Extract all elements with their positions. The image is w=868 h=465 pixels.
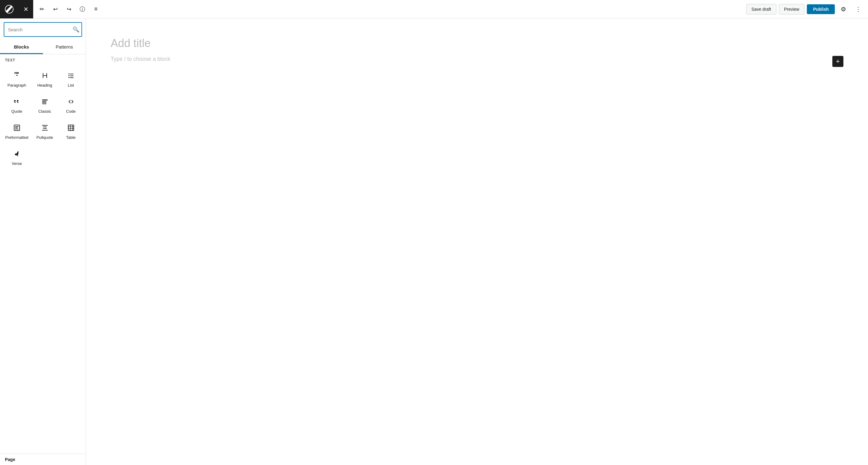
plus-icon: + [836,58,840,65]
heading-icon [41,72,49,80]
sidebar: 🔍 Blocks Patterns TEXT Paragraph [0,19,86,465]
svg-rect-1 [70,74,73,74]
svg-rect-3 [70,75,73,76]
block-item-pullquote[interactable]: Pullquote [32,119,57,144]
block-label-verse: Verse [12,161,22,166]
publish-button[interactable]: Publish [807,4,835,14]
svg-rect-9 [42,103,46,104]
block-item-heading[interactable]: Heading [32,67,57,92]
add-block-button[interactable]: + [832,56,843,67]
paragraph-icon [13,72,21,80]
editor: Add title Type / to choose a block + [86,19,868,465]
list-icon [67,72,75,80]
layout: 🔍 Blocks Patterns TEXT Paragraph [0,0,868,465]
edit-button[interactable]: ✏ [36,3,48,15]
menu-button[interactable]: ≡ [90,3,102,15]
tab-blocks[interactable]: Blocks [0,40,43,54]
search-icon: 🔍 [72,26,79,33]
block-label-code: Code [66,109,75,113]
block-item-list[interactable]: List [58,67,83,92]
block-item-table[interactable]: Table [58,119,83,144]
more-options-button[interactable]: ⋮ [852,3,864,15]
block-label-preformatted: Preformatted [5,135,28,140]
svg-rect-15 [42,130,48,131]
block-label-quote: Quote [11,109,22,113]
svg-rect-17 [43,128,47,129]
classic-icon [41,98,49,107]
redo-button[interactable]: ↪ [63,3,75,15]
tabs: Blocks Patterns [0,40,86,54]
svg-rect-5 [70,77,73,78]
svg-rect-4 [68,77,69,78]
block-label-list: List [68,83,74,88]
search-box: 🔍 [4,22,82,37]
preformatted-icon [13,124,21,133]
block-item-quote[interactable]: Quote [2,93,31,118]
pullquote-icon [41,124,49,133]
settings-button[interactable]: ⚙ [837,3,849,15]
block-item-code[interactable]: Code [58,93,83,118]
block-label-heading: Heading [37,83,52,88]
redo-icon: ↪ [67,6,71,12]
code-icon [67,98,75,107]
toolbar: ✕ ✏ ↩ ↪ ⓘ ≡ Save draft Preview Publish ⚙… [0,0,868,19]
svg-rect-16 [43,127,47,127]
block-label-table: Table [66,135,75,140]
svg-rect-6 [42,100,48,100]
editor-placeholder: Type / to choose a block [111,56,828,62]
info-button[interactable]: ⓘ [76,3,89,15]
block-label-classic: Classic [38,109,51,113]
svg-rect-18 [68,125,74,131]
block-item-preformatted[interactable]: Preformatted [2,119,31,144]
wp-logo [0,0,19,19]
search-wrap: 🔍 [0,19,86,40]
svg-rect-11 [15,126,19,127]
quote-icon [13,98,21,107]
block-item-verse[interactable]: Verse [2,145,31,170]
undo-button[interactable]: ↩ [49,3,61,15]
toolbar-actions: ✏ ↩ ↪ ⓘ ≡ [33,3,104,15]
block-item-classic[interactable]: Classic [32,93,57,118]
editor-body: Type / to choose a block + [111,56,843,67]
page-section: Page [0,454,86,465]
verse-icon [13,150,21,159]
svg-rect-2 [68,75,69,76]
menu-icon: ≡ [94,6,98,12]
undo-icon: ↩ [53,6,58,12]
save-draft-button[interactable]: Save draft [746,4,776,14]
info-icon: ⓘ [80,5,85,13]
search-input[interactable] [4,24,70,35]
block-item-paragraph[interactable]: Paragraph [2,67,31,92]
svg-rect-0 [68,73,69,74]
section-text: TEXT [0,54,86,64]
block-label-pullquote: Pullquote [37,135,53,140]
post-title[interactable]: Add title [111,37,843,50]
toolbar-right: Save draft Preview Publish ⚙ ⋮ [746,3,868,15]
block-grid: Paragraph Heading [0,64,86,172]
table-icon [67,124,75,133]
block-label-paragraph: Paragraph [7,83,26,88]
tab-patterns[interactable]: Patterns [43,40,86,54]
search-button[interactable]: 🔍 [70,23,82,36]
svg-rect-7 [42,101,46,102]
gear-icon: ⚙ [841,5,846,13]
svg-rect-14 [42,125,48,126]
pencil-icon: ✏ [40,6,44,12]
svg-rect-12 [15,128,18,128]
svg-rect-13 [15,129,19,129]
close-button[interactable]: ✕ [19,0,33,19]
preview-button[interactable]: Preview [779,4,805,14]
more-icon: ⋮ [855,5,861,13]
svg-rect-8 [42,102,46,103]
